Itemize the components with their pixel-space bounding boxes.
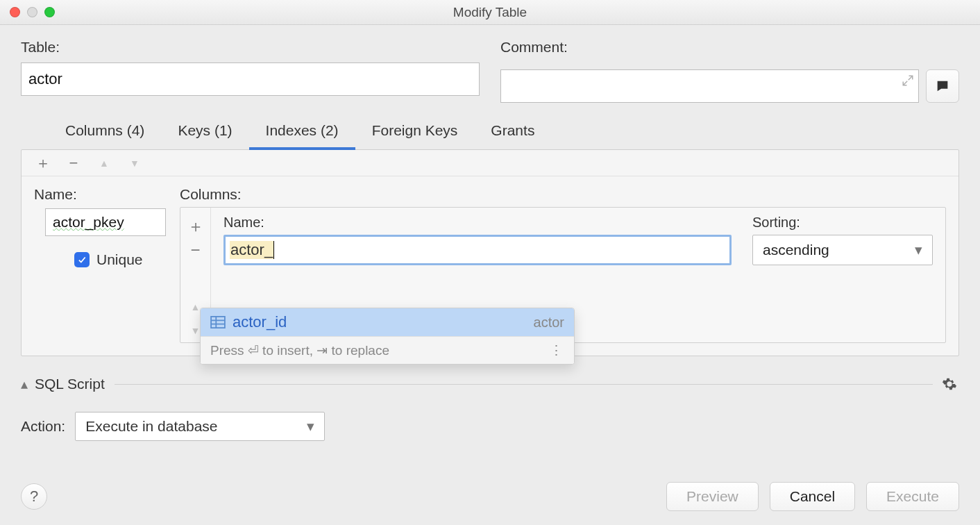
autocomplete-table: actor: [534, 315, 564, 331]
preview-button: Preview: [666, 482, 759, 511]
sorting-label: Sorting:: [752, 215, 933, 231]
more-icon[interactable]: ⋮: [550, 342, 564, 358]
titlebar: Modify Table: [0, 0, 980, 25]
column-name-highlighted: actor_: [230, 241, 273, 259]
window-title: Modify Table: [0, 5, 980, 20]
comment-button[interactable]: [926, 69, 959, 103]
dropdown-icon: ▾: [307, 418, 314, 435]
tab-columns[interactable]: Columns (4): [49, 118, 161, 150]
column-icon: [210, 316, 226, 328]
text-caret: [273, 241, 274, 259]
modify-table-dialog: Modify Table Table: Comment:: [0, 0, 980, 525]
tab-foreign-keys[interactable]: Foreign Keys: [355, 118, 475, 150]
action-label: Action:: [21, 418, 65, 435]
action-value: Execute in database: [85, 418, 217, 435]
help-button[interactable]: ?: [21, 483, 47, 510]
action-select[interactable]: Execute in database ▾: [75, 412, 325, 441]
comment-input[interactable]: [500, 69, 919, 103]
autocomplete-hint: Press ⏎ to insert, ⇥ to replace: [210, 342, 389, 358]
table-label: Table:: [21, 39, 480, 56]
autocomplete-suggestion: actor_id: [233, 313, 287, 331]
tab-keys[interactable]: Keys (1): [161, 118, 248, 150]
autocomplete-popup: actor_id actor Press ⏎ to insert, ⇥ to r…: [200, 308, 575, 365]
execute-button: Execute: [866, 482, 959, 511]
column-name-label: Name:: [223, 215, 732, 231]
expand-icon[interactable]: [902, 74, 914, 90]
sorting-select[interactable]: ascending ▾: [752, 235, 933, 265]
sorting-value: ascending: [763, 242, 829, 258]
move-up-button: ▲: [96, 156, 112, 171]
tabs: Columns (4) Keys (1) Indexes (2) Foreign…: [49, 118, 959, 150]
svg-rect-0: [211, 317, 225, 328]
move-down-button: ▼: [127, 156, 142, 171]
index-name-input[interactable]: [45, 208, 166, 236]
unique-checkbox[interactable]: [74, 252, 90, 267]
index-name-label: Name:: [34, 186, 166, 203]
tab-indexes[interactable]: Indexes (2): [249, 118, 355, 150]
remove-column-button[interactable]: −: [186, 238, 205, 262]
comment-label: Comment:: [500, 39, 959, 56]
remove-index-button[interactable]: −: [66, 156, 81, 171]
divider: [115, 384, 933, 385]
add-column-button[interactable]: ＋: [186, 215, 205, 238]
column-name-input-wrap[interactable]: actor_: [223, 235, 732, 265]
panel-toolbar: ＋ − ▲ ▼: [22, 150, 958, 176]
sql-script-label: SQL Script: [35, 376, 105, 392]
cancel-button[interactable]: Cancel: [770, 482, 855, 511]
settings-button[interactable]: [940, 374, 959, 394]
tab-grants[interactable]: Grants: [474, 118, 551, 150]
unique-label: Unique: [96, 251, 143, 268]
columns-label: Columns:: [180, 186, 946, 203]
add-index-button[interactable]: ＋: [35, 156, 51, 171]
collapse-icon[interactable]: ▴: [21, 376, 28, 392]
dialog-content: Table: Comment: Columns (4): [0, 25, 980, 525]
dropdown-icon: ▾: [915, 242, 922, 258]
autocomplete-item[interactable]: actor_id actor: [201, 308, 574, 336]
table-name-input[interactable]: [21, 62, 480, 96]
